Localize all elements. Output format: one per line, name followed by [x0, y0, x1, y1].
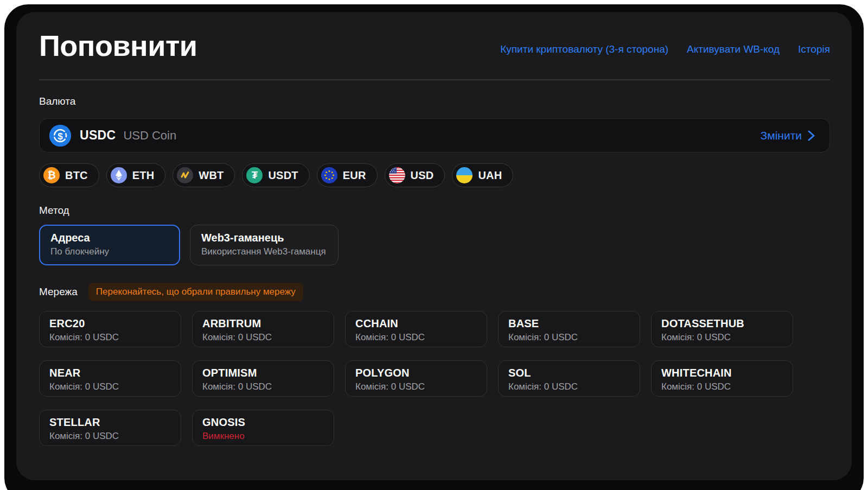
network-card-stellar[interactable]: STELLAR Комісія: 0 USDC [39, 410, 181, 446]
chip-label: UAH [478, 169, 502, 182]
network-name: STELLAR [49, 416, 171, 429]
network-name: DOTASSETHUB [661, 317, 783, 330]
method-card-address[interactable]: Адреса По блокчейну [39, 225, 180, 265]
chip-usdt[interactable]: ₮ USDT [242, 163, 309, 187]
chip-usd[interactable]: USD [385, 163, 445, 187]
network-card-erc20[interactable]: ERC20 Комісія: 0 USDC [39, 311, 181, 347]
deposit-panel: Поповнити Купити криптовалюту (3-я сторо… [16, 12, 852, 480]
app-window: Поповнити Купити криптовалюту (3-я сторо… [4, 4, 864, 490]
method-subtitle: По блокчейну [50, 246, 168, 257]
eth-icon [111, 167, 127, 183]
usdt-icon: ₮ [246, 167, 263, 183]
usdc-icon: $ [49, 125, 71, 147]
network-name: NEAR [49, 367, 171, 379]
svg-text:$: $ [58, 131, 63, 141]
change-currency-label: Змінити [761, 129, 802, 142]
method-card-web3[interactable]: Web3-гаманець Використання Web3-гаманця [190, 225, 339, 265]
history-link[interactable]: Історія [798, 43, 830, 55]
network-fee: Комісія: 0 USDC [49, 381, 171, 392]
network-warning-badge: Переконайтесь, що обрали правильну мереж… [88, 283, 303, 301]
chip-uah[interactable]: UAH [452, 163, 513, 187]
network-fee: Комісія: 0 USDC [355, 381, 477, 392]
chevron-right-icon [807, 130, 815, 142]
network-card-cchain[interactable]: CCHAIN Комісія: 0 USDC [345, 311, 487, 347]
network-fee: Комісія: 0 USDC [49, 332, 171, 343]
network-status-disabled: Вимкнено [202, 431, 324, 442]
network-card-optimism[interactable]: OPTIMISM Комісія: 0 USDC [192, 360, 334, 397]
page-title: Поповнити [39, 28, 197, 63]
method-options: Адреса По блокчейну Web3-гаманець Викори… [39, 225, 830, 265]
chip-label: WBT [199, 169, 224, 182]
header-divider [39, 79, 830, 80]
network-card-sol[interactable]: SOL Комісія: 0 USDC [498, 360, 640, 397]
chip-wbt[interactable]: WBT [173, 163, 235, 187]
change-currency-button[interactable]: Змінити [761, 129, 815, 142]
header-links: Купити криптовалюту (3-я сторона) Активу… [500, 43, 830, 63]
method-subtitle: Використання Web3-гаманця [201, 246, 326, 257]
network-fee: Комісія: 0 USDC [202, 332, 324, 343]
eur-flag-icon [321, 167, 337, 183]
network-name: ARBITRUM [202, 317, 324, 330]
network-name: OPTIMISM [202, 367, 324, 379]
method-section-label: Метод [39, 205, 830, 217]
chip-label: EUR [343, 169, 366, 182]
network-fee: Комісія: 0 USDC [355, 332, 477, 343]
network-fee: Комісія: 0 USDC [49, 431, 171, 442]
activate-wb-code-link[interactable]: Активувати WB-код [687, 43, 780, 55]
network-section-label: Мережа [39, 286, 78, 298]
chip-eth[interactable]: ETH [106, 163, 166, 187]
network-card-whitechain[interactable]: WHITECHAIN Комісія: 0 USDC [651, 360, 793, 397]
wbt-icon [177, 167, 193, 183]
network-fee: Комісія: 0 USDC [508, 381, 630, 392]
network-card-base[interactable]: BASE Комісія: 0 USDC [498, 311, 640, 347]
network-name: ERC20 [49, 317, 171, 330]
network-name: WHITECHAIN [661, 367, 783, 379]
uah-flag-icon [456, 167, 473, 183]
chip-btc[interactable]: ₿ BTC [39, 163, 99, 187]
network-name: BASE [508, 317, 630, 330]
network-fee: Комісія: 0 USDC [508, 332, 630, 343]
network-name: SOL [508, 367, 630, 379]
network-header: Мережа Переконайтесь, що обрали правильн… [39, 283, 830, 301]
network-grid: ERC20 Комісія: 0 USDC ARBITRUM Комісія: … [39, 311, 793, 446]
chip-label: ETH [132, 169, 155, 182]
network-name: GNOSIS [202, 416, 324, 429]
network-fee: Комісія: 0 USDC [661, 332, 783, 343]
currency-chips: ₿ BTC ETH WBT [39, 163, 830, 187]
header: Поповнити Купити криптовалюту (3-я сторо… [39, 28, 830, 63]
buy-crypto-link[interactable]: Купити криптовалюту (3-я сторона) [500, 43, 668, 55]
btc-icon: ₿ [43, 167, 60, 183]
network-card-gnosis[interactable]: GNOSIS Вимкнено [192, 410, 334, 446]
method-title: Адреса [50, 232, 168, 244]
network-card-near[interactable]: NEAR Комісія: 0 USDC [39, 360, 181, 397]
method-title: Web3-гаманець [201, 232, 326, 244]
network-fee: Комісія: 0 USDC [202, 381, 324, 392]
chip-label: USDT [268, 169, 298, 182]
usd-flag-icon [389, 167, 405, 183]
network-fee: Комісія: 0 USDC [661, 381, 783, 392]
chip-label: USD [411, 169, 434, 182]
network-name: POLYGON [355, 367, 477, 379]
network-card-polygon[interactable]: POLYGON Комісія: 0 USDC [345, 360, 487, 397]
currency-selector[interactable]: $ USDC USD Coin Змінити [39, 118, 830, 152]
network-card-arbitrum[interactable]: ARBITRUM Комісія: 0 USDC [192, 311, 334, 347]
network-name: CCHAIN [355, 317, 477, 330]
chip-label: BTC [65, 169, 88, 182]
selected-currency-name: USD Coin [123, 129, 176, 143]
currency-section-label: Валюта [39, 96, 830, 107]
network-card-dotassethub[interactable]: DOTASSETHUB Комісія: 0 USDC [651, 311, 793, 347]
selected-currency-symbol: USDC [80, 128, 116, 143]
chip-eur[interactable]: EUR [317, 163, 378, 187]
